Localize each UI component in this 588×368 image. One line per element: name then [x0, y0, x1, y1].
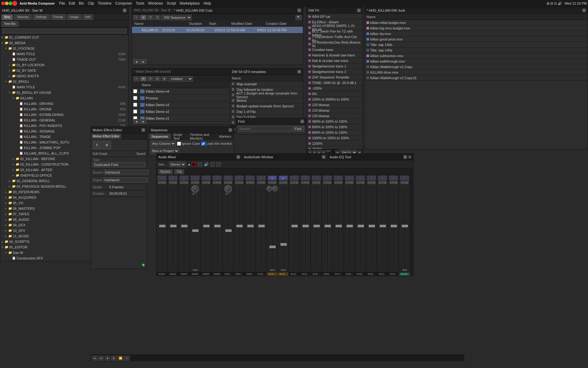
audio-eq-settings[interactable] [408, 155, 411, 159]
shm-h[interactable]: H [260, 181, 262, 184]
shm-s[interactable]: S [323, 181, 326, 184]
audio-mode-btn[interactable]: ◂ [188, 162, 190, 167]
dwfx-list-item[interactable]: 400% to 100% to 100% [307, 119, 363, 124]
dwfx-list-item[interactable]: Sledgehammer trans 2 [307, 69, 363, 75]
view-btn-3[interactable]: ☰ [147, 15, 153, 20]
fader-handle[interactable] [159, 225, 165, 227]
motion-editor-icon-1[interactable]: 🏃 [93, 141, 101, 149]
audio-eq-close[interactable]: × [403, 155, 407, 159]
fader-handle[interactable] [347, 225, 353, 227]
strip-main-btn[interactable]: ○ [235, 176, 243, 180]
tree-item[interactable]: 📋 KILLIAN - ESTABLISHING 284K [0, 112, 128, 117]
menu-file[interactable]: File [59, 1, 65, 6]
shm-s[interactable]: S [279, 181, 282, 184]
shm-m[interactable]: M [351, 181, 353, 184]
bins-in-project-select[interactable]: Bins in Project [151, 148, 179, 154]
tree-item[interactable]: 📋 KILLIAN - DRIVING 93K [0, 101, 128, 106]
shm-m[interactable]: M [307, 181, 309, 184]
shm-m[interactable]: M [406, 181, 409, 184]
dwfx-list-item[interactable]: 100% to 2000% to 100% [307, 97, 363, 102]
shm-h[interactable]: H [348, 181, 351, 184]
gfx-list-item[interactable]: ☰Before [230, 98, 303, 103]
shm-m[interactable]: M [230, 181, 232, 184]
fader-handle[interactable] [225, 229, 232, 232]
shm-h[interactable]: H [216, 181, 218, 184]
shm-m[interactable]: M [329, 181, 331, 184]
tab-settings[interactable]: Settings [33, 14, 49, 20]
audio-mute-btn[interactable] [198, 162, 202, 167]
junk-list-item[interactable]: killian good price.mov [365, 36, 588, 42]
strip-main-btn[interactable]: ○ [334, 176, 343, 180]
audio-mixer-close[interactable]: × [236, 155, 240, 159]
fader-handle[interactable] [358, 225, 364, 227]
strip-main-btn[interactable]: ○ [378, 176, 387, 180]
tree-item[interactable]: ▸ 📁 01_BY LOCATION [0, 62, 128, 68]
strip-main-btn[interactable]: ○ [191, 176, 199, 180]
shm-s[interactable]: S [379, 181, 381, 184]
shm-h[interactable]: H [326, 181, 329, 184]
dwfx-list-item[interactable]: Sledgehammer trans 1 [307, 63, 363, 69]
tab-info[interactable]: Info [83, 14, 93, 20]
shm-h[interactable]: H [304, 181, 307, 184]
strip-main-btn[interactable]: ○ [257, 176, 266, 180]
fader-handle[interactable] [380, 225, 386, 227]
shm-s[interactable]: S [290, 181, 293, 184]
shm-s[interactable]: S [246, 181, 249, 184]
shm-m[interactable]: M [362, 181, 364, 184]
gfx-list-item[interactable]: ☰ACT 1 Budget and design (example from S… [230, 92, 303, 98]
strip-main-btn[interactable]: ● [268, 176, 277, 180]
menu-marketplace[interactable]: Marketplace [180, 1, 200, 6]
shm-h[interactable]: H [172, 181, 174, 184]
shm-m[interactable]: M [395, 181, 398, 184]
shm-h[interactable]: H [194, 181, 196, 184]
fader-handle[interactable] [314, 225, 320, 227]
shm-s[interactable]: S [368, 181, 370, 184]
tab-usage[interactable]: Usage [67, 14, 81, 20]
find-button[interactable]: Find [292, 126, 304, 132]
menu-bin[interactable]: Bin [79, 1, 84, 6]
shm-m[interactable]: M [208, 181, 210, 184]
shm-h[interactable]: H [337, 181, 340, 184]
junk-list-item[interactable]: Killian Walkthrough v2.Copy [365, 64, 588, 70]
tree-item[interactable]: ▸ 📁 HERO SHOTS [0, 73, 128, 79]
dwfx-list-item[interactable]: Nail & circular saw trans [307, 58, 363, 63]
audiosuite-close[interactable]: × [322, 155, 326, 159]
dwfx-list-item[interactable]: 1200% [307, 141, 363, 146]
shm-m[interactable]: M [197, 181, 199, 184]
strip-main-btn[interactable]: ○ [202, 176, 210, 180]
kd-view-1[interactable]: ≡ [133, 76, 139, 81]
dwfx-list-item[interactable]: 14 Residential,Day Birds,Breeze IN [307, 41, 363, 47]
search-btn[interactable]: 🔍 [296, 15, 302, 20]
gfx-close-button[interactable]: × [297, 70, 301, 74]
junk-list-item[interactable]: Title: sap 140b [365, 42, 588, 48]
shm-s[interactable]: S [345, 181, 348, 184]
shm-m[interactable]: M [252, 181, 254, 184]
shm-h[interactable]: H [271, 181, 273, 184]
kd-nav-prev[interactable]: ◀ [133, 119, 139, 124]
seq-tab-script[interactable]: Script Text [171, 133, 187, 139]
dwfx-list-item[interactable]: 600% to 100% to 100% [307, 124, 363, 130]
fader-handle[interactable] [292, 225, 298, 227]
killian-junk-close[interactable]: × [582, 9, 586, 12]
menu-tools[interactable]: Tools [136, 1, 144, 6]
shm-m[interactable]: M [285, 181, 287, 184]
fader-handle[interactable] [181, 225, 187, 227]
shm-h[interactable]: H [293, 181, 296, 184]
seq-tab-timeline[interactable]: Timeline and Monitors [187, 133, 217, 139]
dw-cuts-close-button[interactable]: × [297, 9, 301, 12]
shm-h[interactable]: H [370, 181, 373, 184]
dw-sequence-select[interactable]: DW Sequence [161, 15, 192, 20]
shm-s[interactable]: S [191, 181, 194, 184]
dw-cuts-row-0[interactable]: KILLIAN Drive, Walkthrough, Demo 10;03;1… [132, 27, 303, 33]
shm-s[interactable]: S [301, 181, 304, 184]
audio-vol-icon[interactable]: 🔊 [204, 162, 209, 167]
shm-m[interactable]: M [241, 181, 243, 184]
view-btn-2[interactable]: ⊞ [140, 15, 146, 20]
dwfx-list-item[interactable]: TONE: 1000 Hz @ -20.0 dB,1 [307, 80, 363, 86]
fader-handle[interactable] [270, 246, 276, 248]
shm-h[interactable]: H [238, 181, 240, 184]
tl-btn-stop[interactable]: ■ [105, 356, 110, 361]
nav-prev[interactable]: ◀ [133, 59, 139, 64]
shm-m[interactable]: M [274, 181, 276, 184]
view-btn-4[interactable]: ⊟ [154, 15, 160, 20]
